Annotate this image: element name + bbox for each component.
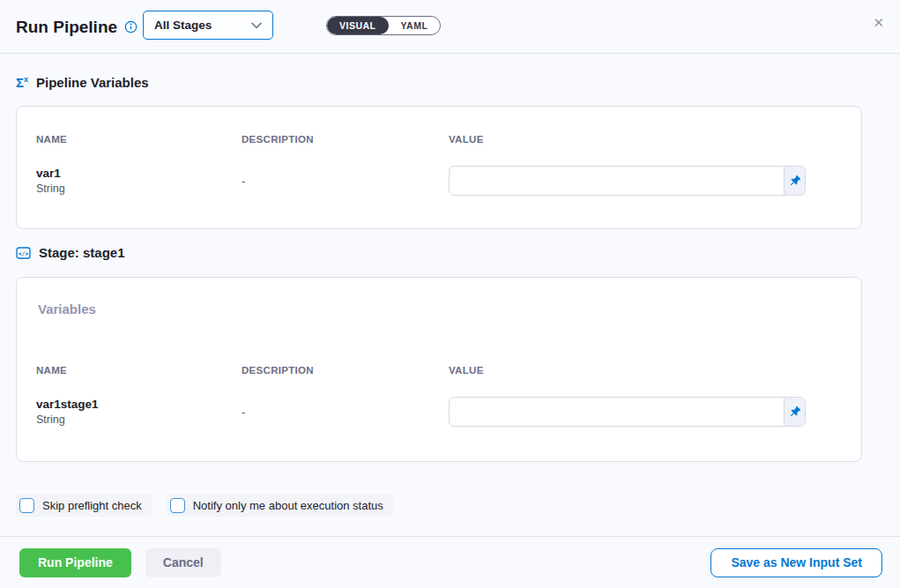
stage-variables-table: NAME DESCRIPTION VALUE var1stage1 String… xyxy=(36,365,840,427)
stage-title: Stage: stage1 xyxy=(39,245,125,260)
column-header-name: NAME xyxy=(36,134,242,145)
pin-icon[interactable] xyxy=(784,167,805,195)
notify-me-label: Notify only me about execution status xyxy=(193,499,383,512)
visual-yaml-toggle: VISUAL YAML xyxy=(326,16,441,35)
variable-name-cell: var1 String xyxy=(36,167,242,195)
run-pipeline-button[interactable]: Run Pipeline xyxy=(19,548,131,577)
stage-selector-dropdown[interactable]: All Stages xyxy=(143,11,273,40)
column-header-description: DESCRIPTION xyxy=(242,134,449,145)
pipeline-variables-table: NAME DESCRIPTION VALUE var1 String - xyxy=(36,134,840,196)
column-header-value: VALUE xyxy=(449,134,840,145)
tab-visual[interactable]: VISUAL xyxy=(327,17,389,34)
execution-options: Skip preflight check Notify only me abou… xyxy=(16,495,393,517)
stage-card-title: Variables xyxy=(38,301,96,316)
skip-preflight-checkbox[interactable] xyxy=(19,498,34,513)
notify-me-option[interactable]: Notify only me about execution status xyxy=(167,495,393,517)
skip-preflight-label: Skip preflight check xyxy=(42,499,142,512)
variable-name: var1 xyxy=(36,167,242,180)
pipeline-variables-title: Pipeline Variables xyxy=(36,75,149,90)
close-icon[interactable]: ✕ xyxy=(866,11,891,33)
info-icon[interactable] xyxy=(124,20,138,33)
variable-value-group xyxy=(449,397,806,427)
table-row: var1 String - xyxy=(36,166,840,196)
variable-description: - xyxy=(242,175,449,188)
variable-description: - xyxy=(242,406,449,419)
variable-name: var1stage1 xyxy=(36,398,242,411)
sigma-variables-icon: Σx xyxy=(16,76,28,89)
stage-variables-card: Variables NAME DESCRIPTION VALUE var1sta… xyxy=(16,277,862,462)
variable-value-input[interactable] xyxy=(450,398,784,426)
chevron-down-icon xyxy=(251,22,262,29)
variable-type: String xyxy=(36,413,242,426)
page-title: Run Pipeline xyxy=(16,18,117,37)
variable-value-input[interactable] xyxy=(450,167,784,195)
pin-icon[interactable] xyxy=(784,398,805,426)
variable-name-cell: var1stage1 String xyxy=(36,398,242,426)
stage-heading: </> Stage: stage1 xyxy=(16,245,125,260)
variable-type: String xyxy=(36,182,242,195)
stage-selector-value: All Stages xyxy=(154,19,212,32)
dialog-header: Run Pipeline All Stages VISUAL YAML ✕ xyxy=(0,0,900,54)
column-header-name: NAME xyxy=(36,365,242,376)
cancel-button[interactable]: Cancel xyxy=(145,548,221,577)
save-as-new-input-set-button[interactable]: Save as New Input Set xyxy=(710,548,882,577)
stage-icon: </> xyxy=(16,246,31,260)
table-row: var1stage1 String - xyxy=(36,397,840,427)
tab-yaml[interactable]: YAML xyxy=(389,17,441,34)
run-pipeline-dialog: Run Pipeline All Stages VISUAL YAML ✕ xyxy=(0,0,900,588)
column-header-description: DESCRIPTION xyxy=(242,365,449,376)
dialog-footer: Run Pipeline Cancel Save as New Input Se… xyxy=(0,536,900,588)
skip-preflight-option[interactable]: Skip preflight check xyxy=(16,495,152,517)
pipeline-variables-heading: Σx Pipeline Variables xyxy=(16,75,149,90)
notify-me-checkbox[interactable] xyxy=(170,498,185,513)
table-header-row: NAME DESCRIPTION VALUE xyxy=(36,134,840,145)
column-header-value: VALUE xyxy=(449,365,840,376)
svg-text:</>: </> xyxy=(19,249,29,257)
variable-value-group xyxy=(449,166,806,196)
table-header-row: NAME DESCRIPTION VALUE xyxy=(36,365,840,376)
pipeline-variables-card: NAME DESCRIPTION VALUE var1 String - xyxy=(16,106,862,229)
